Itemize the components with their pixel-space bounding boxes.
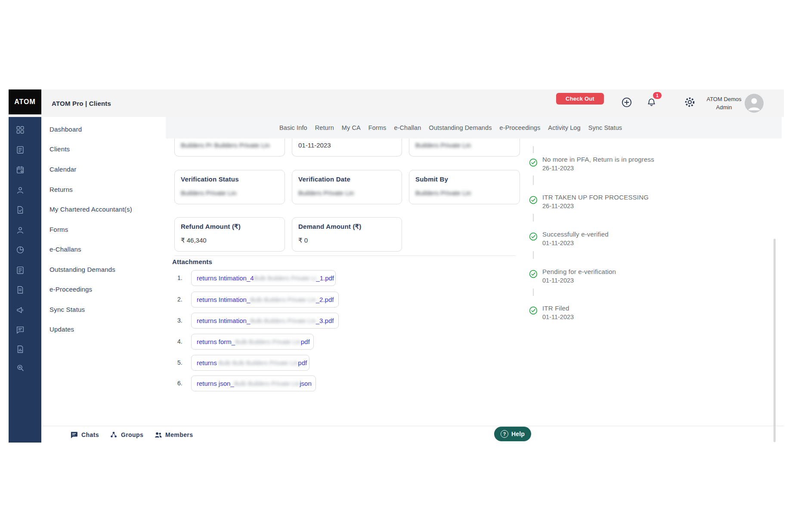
footer-divider [42,426,784,426]
chats-label: Chats [81,431,99,438]
calendar-icon[interactable] [15,165,25,175]
file-name-part: _2.pdf [316,296,334,303]
sidebar-item-returns[interactable]: Returns [50,186,73,194]
refund-amount-value: ₹ 46,340 [181,237,207,244]
sidebar-item-e-proceedings[interactable]: e-Proceedings [50,286,92,294]
avatar[interactable] [745,94,764,113]
attachment-link[interactable]: returns Intimation_4Bulb Builders Privat… [191,270,336,286]
tab-sync-status[interactable]: Sync Status [588,124,622,131]
file-name-part: json [300,380,312,387]
field-box-clipped-1: Builders Pr Builders Private Lin [174,138,285,157]
timeline-item: Pending for e-verification 01-11-2023 [542,267,783,285]
e-proceedings-icon[interactable] [15,285,25,295]
sidebar-item-sync-status[interactable]: Sync Status [50,306,85,314]
forms-icon[interactable] [15,225,25,235]
file-name-part: returns json_ [197,380,234,387]
filing-date-value: 01-11-2023 [298,141,331,149]
chats-button[interactable]: Chats [70,431,99,439]
user-info[interactable]: ATOM Demos Admin [698,95,750,111]
timeline-title: Pending for e-verification [542,267,783,276]
timeline-connector [533,146,534,153]
check-circle-icon [529,196,538,204]
tab-e-challan[interactable]: e-Challan [394,124,421,131]
attachments-heading: Attachments [172,258,212,265]
tab-return[interactable]: Return [315,124,334,131]
redacted-value: Builders Private Lin [415,189,471,197]
page-title: ATOM Pro | Clients [52,89,111,117]
file-name-part: _1.pdf [316,274,334,282]
attachment-number: 2. [177,296,183,303]
chat-bubble-icon [70,431,78,439]
sidebar-item-e-challans[interactable]: e-Challans [50,246,81,254]
search-icon[interactable] [15,363,25,372]
attachment-link[interactable]: returns Bulb Bulb Builders Private Linpd… [191,355,309,371]
attachment-link[interactable]: returns Intimation_Bulb Builders Private… [191,292,339,308]
tab-outstanding-demands[interactable]: Outstanding Demands [429,124,492,131]
reports-icon[interactable] [15,344,25,354]
field-box-demand-amount: Demand Amount (₹) ₹ 0 [292,217,402,252]
groups-label: Groups [121,431,143,438]
my-ca-icon[interactable] [15,205,25,215]
notification-badge: 1 [653,92,662,99]
redacted-value: Builders Private Lin [415,141,471,149]
tab-e-proceedings[interactable]: e-Proceedings [500,124,541,131]
tab-basic-info[interactable]: Basic Info [279,124,307,131]
file-name-part: returns Intimation_4 [197,274,254,282]
demand-amount-value: ₹ 0 [298,237,308,244]
file-name-redacted: Bulb Builders Private Lin [234,380,300,387]
e-challans-icon[interactable] [15,245,25,255]
file-name-redacted: Bulb Bulb Builders Private Lin [219,360,298,366]
help-button[interactable]: ? Help [494,427,531,441]
detail-tabs: Basic Info Return My CA Forms e-Challan … [166,117,782,138]
timeline-item: No more in PFA, Return is in progress 26… [542,155,783,173]
atom-logo[interactable]: ATOM [9,89,41,114]
groups-cluster-icon [109,431,118,439]
sidebar-item-updates[interactable]: Updates [50,326,74,334]
sidebar-item-forms[interactable]: Forms [50,226,68,234]
field-box-verification-date: Verification Date Builders Private Lin [292,170,402,204]
groups-button[interactable]: Groups [109,431,143,439]
tab-activity-log[interactable]: Activity Log [548,124,580,131]
field-box-filing-date: 01-11-2023 [292,138,402,157]
attachment-number: 1. [177,274,183,281]
file-name-part: returns [197,359,217,366]
attachment-link[interactable]: returns form_Bulb Builders Private Linpd… [191,334,314,350]
sidebar-item-calendar[interactable]: Calendar [50,166,76,174]
field-label: Refund Amount (₹) [181,223,241,231]
timeline-item: ITR TAKEN UP FOR PROCESSING 26-11-2023 [542,193,783,211]
tab-forms[interactable]: Forms [368,124,387,131]
timeline-date: 01-11-2023 [542,313,783,322]
file-name-redacted: Bulb Builders Private Lin [235,338,301,345]
section-divider [174,255,515,256]
dashboard-icon[interactable] [15,125,25,135]
timeline-item: ITR Filed 01-11-2023 [542,304,783,322]
members-button[interactable]: Members [154,431,193,439]
sync-status-icon[interactable] [15,305,25,315]
timeline-title: Successfully e-verified [542,230,783,239]
attachment-number: 4. [177,338,183,345]
outstanding-demands-icon[interactable] [15,265,25,275]
clients-icon[interactable] [15,145,25,154]
sidebar-item-clients[interactable]: Clients [50,145,70,154]
tab-my-ca[interactable]: My CA [342,124,361,131]
timeline-date: 01-11-2023 [542,276,783,285]
settings-gear-icon[interactable] [684,96,696,108]
sidebar-item-my-ca[interactable]: My Chartered Accountant(s) [50,206,132,214]
attachment-link[interactable]: returns json_Bulb Builders Private Linjs… [191,375,316,391]
redacted-value: Builders Pr Builders Private Lin [181,141,270,149]
vertical-scrollbar[interactable] [773,239,776,442]
timeline-date: 26-11-2023 [542,164,783,173]
file-name-part: pdf [298,359,307,366]
field-label: Verification Status [181,175,239,183]
redacted-value: Builders Private Lin [298,189,354,197]
footer-nav: Chats Groups Members [70,431,199,439]
user-role: Admin [698,103,750,111]
sidebar-item-outstanding-demands[interactable]: Outstanding Demands [50,266,115,274]
check-out-button[interactable]: Check Out [556,93,604,105]
members-label: Members [165,431,193,438]
updates-icon[interactable] [15,325,25,335]
attachment-link[interactable]: returns Intimation_Bulb Builders Private… [191,313,339,329]
returns-icon[interactable] [15,185,25,195]
add-icon[interactable] [621,97,632,108]
sidebar-item-dashboard[interactable]: Dashboard [50,126,82,134]
